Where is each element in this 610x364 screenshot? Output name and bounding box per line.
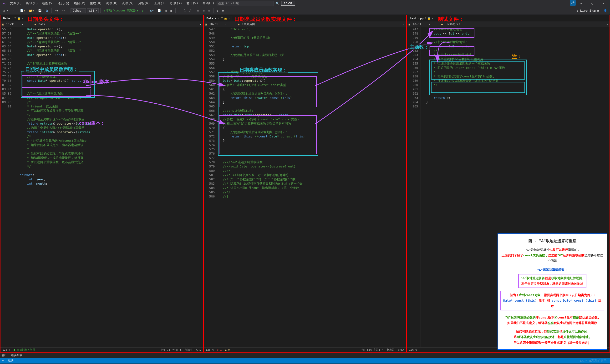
editor-pane: Test.cpp* 🔒 ✕ 测试文件： ▣10-31 ▾ ◆(全局范围) ▾ 2… bbox=[407, 15, 610, 352]
live-share-button[interactable]: ⇪ Live Share bbox=[576, 9, 599, 13]
search-icon[interactable]: 🔍 bbox=[274, 1, 281, 6]
file-tab[interactable]: Date.cpp* 🔒 ✕ bbox=[204, 16, 232, 21]
menu-item[interactable]: 帮助(H) bbox=[201, 0, 216, 6]
file-tab[interactable]: Test.cpp* 🔒 ✕ bbox=[408, 16, 435, 21]
redo-icon[interactable]: ↷▾ bbox=[61, 8, 67, 13]
close-icon[interactable]: ✕ bbox=[228, 17, 230, 20]
nav-fwd-icon[interactable]: → bbox=[11, 8, 15, 13]
status-bar: ▭ 就绪 bbox=[0, 358, 610, 364]
crumb-scope[interactable]: Date bbox=[38, 23, 46, 26]
crumb-scope[interactable]: (全局范围) bbox=[444, 22, 461, 26]
nav-back-icon[interactable]: ◯ ▾ bbox=[1, 8, 10, 13]
note-title: 四 . "&"取地址运算符重载 bbox=[500, 238, 604, 245]
menu-item[interactable]: 生成(B) bbox=[88, 0, 104, 6]
undo-icon[interactable]: ↶▾ bbox=[53, 8, 60, 13]
date-badge: 10-31 bbox=[281, 1, 295, 6]
debugger-label: 本地 Windows 调试器 bbox=[106, 9, 136, 13]
menubar: ◆◇ 文件(F)编辑(E)视图(V)Git(G)项目(P)生成(B)调试(D)测… bbox=[0, 0, 610, 7]
zoom-level[interactable]: 126 % bbox=[206, 348, 213, 351]
watermark: CSDN @高高的原子 bbox=[580, 359, 607, 363]
tb-icon[interactable]: → bbox=[177, 8, 182, 13]
breadcrumb: ▣10-31 ▾ ◆(全局范围) ▾ bbox=[407, 21, 610, 27]
open-icon[interactable]: 📂▾ bbox=[28, 8, 36, 13]
vs-logo-icon: ◆◇ bbox=[1, 1, 8, 6]
menu-item[interactable]: 视图(V) bbox=[40, 0, 56, 6]
search-input[interactable]: 搜索 (Ctrl+Q) bbox=[217, 1, 274, 6]
tb-icon[interactable]: ⤵ bbox=[183, 8, 187, 13]
menu-item[interactable]: 文件(F) bbox=[8, 0, 24, 6]
tb-icon[interactable]: ⚙ bbox=[221, 8, 225, 13]
menu-item[interactable]: 扩展(X) bbox=[169, 0, 184, 6]
minimize-button[interactable]: — bbox=[576, 0, 587, 7]
status-icon: ▭ bbox=[2, 359, 4, 362]
file-tab[interactable]: Date.h* 🔒 ✕ bbox=[1, 16, 25, 21]
editor-area: Date.h* 🔒 ✕ 日期类头文件： ▣10-31 ▾ ◆Date ▾ 55 … bbox=[0, 15, 610, 352]
line-gutter: 247 248 249 250 251 252 253 254 255 256 … bbox=[407, 27, 421, 347]
bottom-tabs: 输出 错误列表 bbox=[0, 352, 610, 358]
crumb-project[interactable]: 10-31 bbox=[5, 23, 15, 26]
line-gutter: 55 56 57 58 59 60 61 62 63 64 65 66 67 6… bbox=[0, 27, 14, 347]
start-nowdbg-button[interactable]: ▷ bbox=[141, 8, 145, 13]
menu-item[interactable]: 窗口(W) bbox=[184, 0, 200, 6]
editor-status: 126 % ● 未找到相关问题 行: 73 字符: 5 制表符 CRL bbox=[0, 347, 203, 352]
code-editor[interactable]: 55 56 57 58 59 60 61 62 63 64 65 66 67 6… bbox=[0, 27, 203, 347]
menu-item[interactable]: 编辑(E) bbox=[24, 0, 40, 6]
menu-item[interactable]: 项目(P) bbox=[72, 0, 88, 6]
toolbar: ◯ ▾ → 📄▾ 📂▾ 💾 🗎 ↶▾ ↷▾ Debug x64 ▶ 本地 Win… bbox=[0, 7, 610, 15]
editor-pane: Date.cpp* 🔒 ✕ 日期类成员函数实现文件： ▣10-31 ▾ ◆(全局… bbox=[203, 15, 406, 352]
admin-icon[interactable]: 👤 bbox=[602, 8, 609, 13]
save-icon[interactable]: 💾 bbox=[37, 8, 43, 13]
tb-icon[interactable]: ⚙ bbox=[215, 8, 220, 13]
output-tab[interactable]: 输出 bbox=[2, 353, 8, 357]
editor-status: 126 % ⊘ 1▲ 0 行: 586 字符: 4 制表符 CRLF bbox=[204, 347, 406, 352]
menu-item[interactable]: 分析(N) bbox=[136, 0, 152, 6]
crumb-project[interactable]: 10-31 bbox=[208, 23, 219, 26]
platform-combo[interactable]: x64 bbox=[87, 8, 99, 13]
annotation-panel: 四 . "&"取地址运算符重载 "&"取地址运算符也是可以进行重载的, 上面我们… bbox=[497, 234, 607, 350]
menu-item[interactable]: 调试(D) bbox=[104, 0, 120, 6]
tb-icon[interactable]: ▭ bbox=[201, 8, 206, 13]
breadcrumb: ▣10-31 ▾ ◆(全局范围) ▾ bbox=[204, 21, 406, 27]
breadcrumb: ▣10-31 ▾ ◆Date ▾ bbox=[0, 21, 203, 27]
editor-pane: Date.h* 🔒 ✕ 日期类头文件： ▣10-31 ▾ ◆Date ▾ 55 … bbox=[0, 15, 203, 352]
start-debug-button[interactable]: ▶ 本地 Windows 调试器 ▾ bbox=[102, 8, 140, 13]
zoom-level[interactable]: 126 % bbox=[409, 348, 417, 351]
new-file-icon[interactable]: 📄▾ bbox=[19, 8, 27, 13]
line-gutter: 547 548 549 550 551 552 553 554 555 556 … bbox=[204, 27, 217, 347]
save-all-icon[interactable]: 🗎 bbox=[44, 8, 50, 13]
crumb-scope[interactable]: (全局范围) bbox=[241, 22, 258, 26]
tb-icon[interactable]: ▭ bbox=[207, 8, 211, 13]
code-editor[interactable]: 547 548 549 550 551 552 553 554 555 556 … bbox=[204, 27, 406, 347]
zoom-level[interactable]: 126 % bbox=[2, 348, 10, 351]
tb-icon[interactable]: ▭ bbox=[196, 8, 200, 13]
live-share-label: Live Share bbox=[580, 9, 599, 13]
tb-icon[interactable]: ▤ bbox=[163, 8, 168, 13]
tb-icon[interactable]: 📑 bbox=[156, 8, 163, 13]
tb-icon[interactable]: ⊞▾ bbox=[149, 8, 155, 13]
menu-item[interactable]: 测试(S) bbox=[120, 0, 136, 6]
close-button[interactable]: ✕ bbox=[598, 0, 609, 7]
crumb-project[interactable]: 10-31 bbox=[412, 23, 422, 26]
config-combo[interactable]: Debug bbox=[71, 8, 86, 13]
tb-icon[interactable]: ⤴ bbox=[188, 8, 192, 13]
menu-item[interactable]: 工具(T) bbox=[152, 0, 168, 6]
tb-icon[interactable]: ▦ bbox=[169, 8, 174, 13]
menu-item[interactable]: Git(G) bbox=[56, 1, 71, 6]
user-badge[interactable]: 培 bbox=[570, 0, 576, 6]
status-ready: 就绪 bbox=[8, 359, 13, 363]
maximize-button[interactable]: ▢ bbox=[587, 0, 597, 7]
errorlist-tab[interactable]: 错误列表 bbox=[11, 353, 22, 357]
close-icon[interactable]: ✕ bbox=[432, 17, 433, 20]
close-icon[interactable]: ✕ bbox=[22, 17, 23, 20]
